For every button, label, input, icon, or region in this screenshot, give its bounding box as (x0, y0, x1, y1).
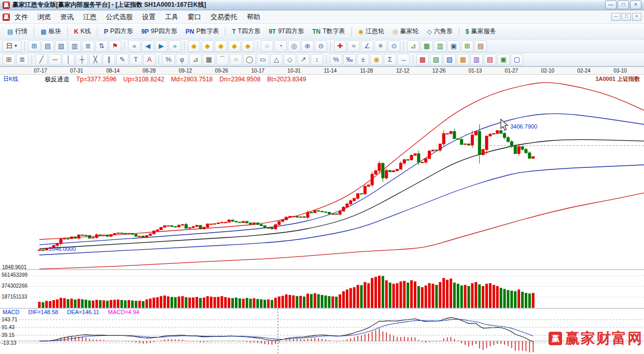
permille-tool-icon[interactable]: ‰ (343, 54, 356, 65)
list-lines-icon[interactable]: ≣ (16, 54, 29, 65)
gann-diamond-icon-4[interactable]: ◆ (228, 40, 241, 52)
gann-diamond-icon-1[interactable]: ◆ (188, 40, 200, 52)
chart-window-icon[interactable]: ▣ (447, 40, 460, 52)
horizontal-line-icon[interactable]: ─ (49, 54, 61, 65)
watchlist-icon[interactable]: ▤ (41, 40, 54, 52)
toolbar-button-赢家轮[interactable]: ◎赢家轮 (388, 25, 423, 38)
new-window-icon[interactable]: ⊞ (28, 40, 40, 52)
angle-tool-icon[interactable]: ∠ (361, 40, 373, 52)
child-minimize-button[interactable]: — (611, 13, 621, 21)
toolbar-button-T数字表[interactable]: TNT数字表 (308, 25, 349, 38)
menu-item-窗口[interactable]: 窗口 (183, 10, 206, 24)
toolbar-button-P四方形[interactable]: PP四方形 (100, 25, 137, 38)
zoom-out-icon[interactable]: ⊖ (315, 40, 327, 52)
menu-item-帮助[interactable]: 帮助 (242, 10, 265, 24)
vertical-line-icon[interactable]: │ (62, 54, 75, 65)
balance-tool-icon[interactable]: ± (357, 54, 369, 65)
panel-tool-icon-8[interactable]: ▢ (511, 54, 523, 65)
gann-fan-icon[interactable]: ⊿ (189, 54, 202, 65)
toolbar-button-K线[interactable]: KK线 (70, 25, 95, 38)
minimize-button[interactable]: — (605, 1, 617, 9)
circle-draw-icon[interactable]: ○ (230, 54, 242, 65)
child-close-button[interactable]: × (632, 13, 641, 21)
text-tool-icon[interactable]: T (130, 54, 142, 65)
gann-diamond-icon-3[interactable]: ◆ (215, 40, 227, 52)
nav-last-icon[interactable]: » (169, 40, 181, 52)
menu-item-工具[interactable]: 工具 (160, 10, 183, 24)
table-tool-icon[interactable]: ▥ (434, 40, 446, 52)
gann-diamond-icon-5[interactable]: ◆ (242, 40, 254, 52)
rectangle-tool-icon[interactable]: ▭ (257, 54, 269, 65)
star-tool-icon[interactable]: ✳ (374, 40, 387, 52)
crosshair-icon[interactable]: ✚ (334, 40, 346, 52)
toolbar-button-赢家服务[interactable]: $赢家服务 (461, 25, 500, 38)
child-restore-button[interactable]: □ (622, 13, 631, 21)
pie-tool-icon[interactable]: ◔ (274, 40, 287, 52)
trend-line-icon[interactable]: ╱ (35, 54, 48, 65)
toolbar-button-T四方形[interactable]: TT四方形 (228, 25, 264, 38)
wave-tool-icon[interactable]: ≈ (347, 40, 360, 52)
toolbar-button-行情[interactable]: ▤行情 (3, 25, 32, 38)
target-tool-icon[interactable]: ◎ (288, 40, 300, 52)
menu-item-设置[interactable]: 设置 (137, 10, 160, 24)
ruler-icon[interactable]: ⊿ (407, 40, 419, 52)
area-chart-icon[interactable]: ▧ (55, 40, 67, 52)
arrow-tool-icon[interactable]: ↗ (297, 54, 310, 65)
fibonacci-icon[interactable]: % (162, 54, 175, 65)
layout-icon[interactable]: ⊞ (461, 40, 473, 52)
maximize-button[interactable]: □ (618, 1, 629, 9)
close-button[interactable]: × (630, 1, 641, 9)
menu-item-资讯[interactable]: 资讯 (55, 10, 78, 24)
period-day-button[interactable]: 日▼ (3, 40, 21, 52)
nav-next-icon[interactable]: ▶ (155, 40, 167, 52)
updown-arrow-icon[interactable]: ↕ (311, 54, 323, 65)
x-cross-icon[interactable]: ╳ (89, 54, 102, 65)
gold-tool-icon[interactable]: ◉ (370, 54, 383, 65)
pen-tool-icon[interactable]: ✎ (116, 54, 129, 65)
chart-panel[interactable]: 日K线 极反通道Tp=3377.3596Up=3108.8242Md=2803.… (0, 75, 644, 354)
menu-item-浏览[interactable]: 浏览 (33, 10, 55, 24)
menu-item-江恩[interactable]: 江恩 (78, 10, 101, 24)
arc-tool-icon[interactable]: ⌒ (216, 54, 229, 65)
column-chart-icon[interactable]: ▥ (68, 40, 81, 52)
clipboard-icon[interactable]: ▤ (474, 40, 487, 52)
toolbar-button-板块[interactable]: ▦板块 (36, 25, 65, 38)
toolbar-button-P数字表[interactable]: PNP数字表 (181, 25, 223, 38)
panel-tool-icon-3[interactable]: ▧ (443, 54, 456, 65)
golden-ratio-icon[interactable]: φ (176, 54, 188, 65)
nav-first-icon[interactable]: « (128, 40, 141, 52)
toolbar-button-9P四方形[interactable]: 9P9P四方形 (137, 25, 181, 38)
document-icon[interactable]: ≣ (82, 40, 94, 52)
nav-prev-icon[interactable]: ◀ (142, 40, 154, 52)
mark-flag-icon[interactable]: ⚑ (109, 40, 121, 52)
select-grid-icon[interactable]: ⊞ (3, 54, 15, 65)
panel-tool-icon-5[interactable]: ▥ (470, 54, 483, 65)
label-tool-icon[interactable]: A (143, 54, 156, 65)
clock-tool-icon[interactable]: ⊙ (388, 40, 400, 52)
parallel-channel-icon[interactable]: ∥ (103, 54, 115, 65)
panel-tool-icon-6[interactable]: ▤ (484, 54, 496, 65)
sort-arrows-icon[interactable]: ⇅ (95, 40, 108, 52)
gann-grid-icon[interactable]: ▦ (203, 54, 215, 65)
percent-tool-icon[interactable]: % (330, 54, 342, 65)
diamond-tool-icon[interactable]: ◇ (284, 54, 296, 65)
gann-diamond-icon-2[interactable]: ◆ (201, 40, 214, 52)
toolbar-button-江恩轮[interactable]: ◉江恩轮 (354, 25, 388, 38)
measure-tool-icon[interactable]: ↔ (397, 54, 410, 65)
panel-tool-icon-7[interactable]: ▣ (497, 54, 510, 65)
triangle-tool-icon[interactable]: △ (270, 54, 283, 65)
panel-tool-icon-2[interactable]: ▨ (430, 54, 442, 65)
menu-item-公式选股[interactable]: 公式选股 (101, 10, 137, 24)
panel-tool-icon-4[interactable]: ▦ (457, 54, 469, 65)
grid-tool-icon[interactable]: ▦ (421, 40, 433, 52)
ellipse-tool-icon[interactable]: ◯ (243, 54, 256, 65)
sigma-tool-icon[interactable]: Σ (384, 54, 396, 65)
toolbar-button-9T四方形[interactable]: 9T9T四方形 (264, 25, 308, 38)
zoom-in-icon[interactable]: ⊕ (301, 40, 314, 52)
circle-tool-icon[interactable]: ○ (261, 40, 273, 52)
toolbar-button-六角形[interactable]: ◇六角形 (423, 25, 457, 38)
menu-item-交易委托[interactable]: 交易委托 (206, 10, 242, 24)
cross-line-icon[interactable]: ┼ (76, 54, 88, 65)
panel-tool-icon-1[interactable]: ▩ (416, 54, 429, 65)
menu-item-文件[interactable]: 文件 (10, 10, 33, 24)
